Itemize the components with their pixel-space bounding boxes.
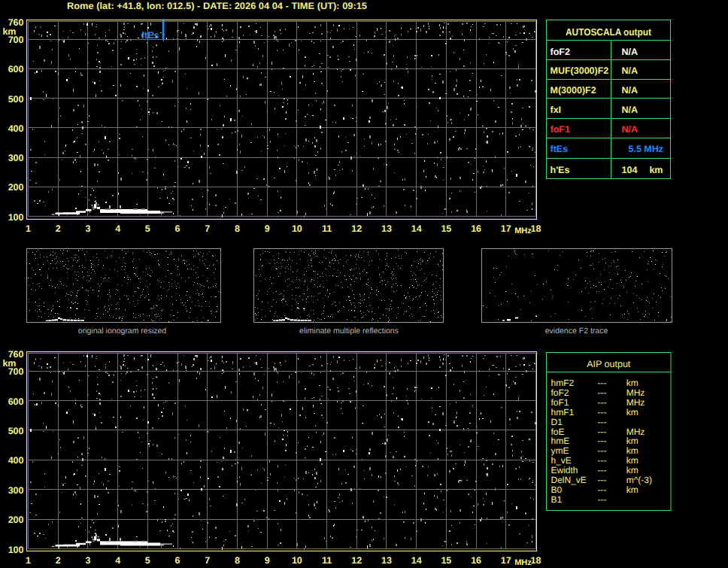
svg-text:600: 600 [8, 64, 24, 74]
svg-text:---: --- [598, 427, 607, 437]
svg-text:foF1: foF1 [551, 124, 570, 135]
svg-text:---: --- [598, 397, 607, 408]
svg-text:500: 500 [8, 426, 24, 436]
svg-text:6: 6 [175, 555, 180, 566]
svg-text:D1: D1 [551, 417, 563, 427]
svg-text:11: 11 [322, 555, 332, 566]
svg-text:evidence F2 trace: evidence F2 trace [545, 327, 608, 336]
svg-text:700: 700 [8, 366, 24, 377]
svg-text:N/A: N/A [622, 85, 639, 96]
svg-text:13: 13 [381, 555, 392, 566]
svg-text:MHz: MHz [626, 397, 645, 408]
svg-text:15: 15 [441, 555, 451, 566]
svg-text:14: 14 [411, 223, 422, 234]
svg-text:10: 10 [292, 223, 302, 234]
svg-text:---: --- [598, 407, 607, 418]
svg-text:---: --- [598, 445, 607, 456]
svg-text:3: 3 [85, 223, 90, 234]
svg-text:300: 300 [8, 153, 24, 163]
svg-text:m^(-3): m^(-3) [626, 475, 652, 485]
svg-text:16: 16 [471, 555, 481, 566]
svg-text:foF1: foF1 [551, 397, 569, 408]
svg-text:17: 17 [501, 555, 511, 566]
svg-text:AUTOSCALA output: AUTOSCALA output [566, 26, 652, 38]
svg-text:10: 10 [292, 555, 302, 566]
svg-text:18: 18 [531, 555, 541, 566]
svg-text:500: 500 [8, 94, 24, 105]
svg-text:8: 8 [235, 223, 240, 234]
svg-text:MHz: MHz [514, 226, 532, 235]
svg-text:N/A: N/A [622, 124, 639, 135]
svg-text:Rome (lat: +41.8, lon: 012.5): Rome (lat: +41.8, lon: 012.5) - DATE: 20… [67, 1, 367, 11]
svg-text:foE: foE [551, 427, 565, 437]
svg-text:15: 15 [441, 223, 451, 234]
svg-text:ftEs: ftEs [141, 30, 159, 41]
svg-text:700: 700 [8, 35, 24, 45]
svg-text:DelN_vE: DelN_vE [551, 475, 587, 485]
svg-text:km: km [626, 407, 639, 418]
svg-text:12: 12 [351, 223, 362, 234]
svg-text:km: km [626, 455, 639, 466]
svg-text:MHz: MHz [626, 387, 645, 398]
svg-text:km: km [626, 445, 639, 456]
svg-text:400: 400 [8, 455, 24, 466]
svg-text:km: km [649, 165, 663, 175]
svg-text:400: 400 [8, 123, 24, 134]
svg-text:---: --- [598, 387, 607, 398]
svg-text:original ionogram resized: original ionogram resized [78, 327, 166, 336]
svg-text:MHz: MHz [626, 427, 645, 437]
svg-text:600: 600 [8, 396, 24, 407]
svg-text:km: km [626, 436, 639, 446]
svg-text:7: 7 [205, 555, 210, 566]
svg-text:100: 100 [8, 545, 24, 555]
svg-text:h_vE: h_vE [551, 455, 572, 466]
svg-text:---: --- [598, 455, 607, 466]
svg-text:1: 1 [26, 223, 31, 234]
svg-text:km: km [626, 378, 639, 388]
svg-text:17: 17 [501, 223, 511, 234]
svg-text:M(3000)F2: M(3000)F2 [551, 85, 596, 96]
svg-text:9: 9 [265, 555, 270, 566]
svg-text:104: 104 [622, 165, 638, 175]
svg-text:---: --- [598, 417, 607, 427]
svg-text:3: 3 [85, 555, 90, 566]
svg-text:18: 18 [531, 223, 541, 234]
svg-text:MUF(3000)F2: MUF(3000)F2 [551, 65, 609, 76]
svg-text:km: km [626, 484, 639, 495]
svg-text:2: 2 [56, 223, 61, 234]
svg-text:14: 14 [411, 555, 422, 566]
svg-text:---: --- [598, 465, 607, 475]
svg-text:12: 12 [351, 555, 362, 566]
svg-text:13: 13 [381, 223, 392, 234]
svg-text:---: --- [598, 484, 607, 495]
svg-text:km: km [626, 465, 639, 475]
svg-text:ftEs: ftEs [551, 144, 569, 154]
svg-text:---: --- [598, 475, 607, 485]
svg-text:---: --- [598, 436, 607, 446]
svg-text:B1: B1 [551, 494, 563, 505]
svg-text:300: 300 [8, 485, 24, 496]
svg-text:200: 200 [8, 515, 24, 525]
svg-text:---: --- [598, 494, 607, 505]
svg-text:5: 5 [145, 223, 150, 234]
svg-text:4: 4 [115, 555, 120, 566]
svg-text:eliminate multiple reflections: eliminate multiple reflections [299, 327, 399, 336]
svg-text:9: 9 [265, 223, 270, 234]
svg-text:100: 100 [8, 212, 24, 223]
svg-text:1: 1 [26, 555, 31, 566]
svg-text:4: 4 [115, 223, 120, 234]
svg-text:N/A: N/A [622, 65, 639, 76]
svg-text:N/A: N/A [622, 105, 639, 115]
svg-text:200: 200 [8, 182, 24, 193]
svg-text:B0: B0 [551, 484, 563, 495]
svg-text:hmE: hmE [551, 436, 570, 446]
svg-text:fxI: fxI [551, 105, 562, 115]
svg-text:foF2: foF2 [551, 387, 569, 398]
svg-text:Ewidth: Ewidth [551, 465, 578, 475]
svg-text:hmF1: hmF1 [551, 407, 575, 418]
svg-text:11: 11 [322, 223, 332, 234]
svg-text:5: 5 [145, 555, 150, 566]
svg-text:hmF2: hmF2 [551, 378, 575, 388]
svg-text:16: 16 [471, 223, 481, 234]
svg-text:8: 8 [235, 555, 240, 566]
